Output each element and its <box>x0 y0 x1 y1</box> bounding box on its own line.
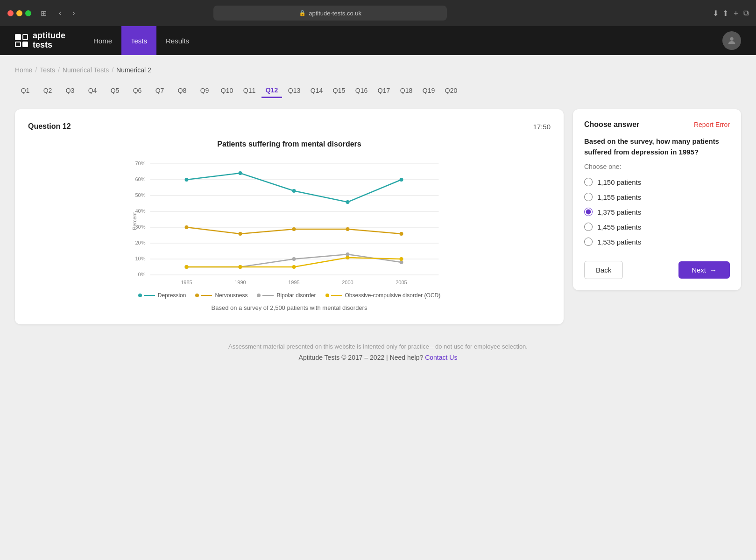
answer-panel: Choose answer Report Error Based on the … <box>573 109 741 290</box>
svg-text:1995: 1995 <box>288 280 299 285</box>
q-btn-17[interactable]: Q17 <box>374 83 394 98</box>
lock-icon: 🔒 <box>299 10 306 16</box>
minimize-button[interactable] <box>16 10 22 16</box>
back-button[interactable]: Back <box>584 261 623 279</box>
logo-icon <box>15 34 28 47</box>
options-list: 1,150 patients 1,155 patients 1,375 pati… <box>584 178 730 246</box>
legend-label-depression: Depression <box>158 292 186 299</box>
q-btn-3[interactable]: Q3 <box>60 83 80 98</box>
footer: Assessment material presented on this we… <box>15 324 741 371</box>
radio-1155[interactable] <box>584 193 593 201</box>
radio-1535[interactable] <box>584 238 593 246</box>
q-btn-18[interactable]: Q18 <box>396 83 417 98</box>
radio-1375[interactable] <box>584 208 593 216</box>
footer-contact-link[interactable]: Contact Us <box>425 354 457 361</box>
line-chart: 70% 60% 50% 40% 30% 20% 10% 0% <box>28 156 551 287</box>
new-tab-icon[interactable]: ＋ <box>732 8 740 18</box>
option-1455[interactable]: 1,455 patients <box>584 223 730 231</box>
q-btn-8[interactable]: Q8 <box>172 83 192 98</box>
legend-label-nervousness: Nervousness <box>215 292 247 299</box>
q-btn-20[interactable]: Q20 <box>441 83 461 98</box>
next-arrow-icon: → <box>710 266 717 274</box>
q-btn-12[interactable]: Q12 <box>261 83 282 98</box>
split-view-icon[interactable]: ⧉ <box>743 8 749 18</box>
option-1155[interactable]: 1,155 patients <box>584 193 730 201</box>
panels-container: Question 12 17:50 Patients suffering fro… <box>15 109 741 324</box>
logo-cell-3 <box>15 42 21 48</box>
question-number: Question 12 <box>28 122 71 131</box>
nav-tests[interactable]: Tests <box>121 26 156 55</box>
svg-point-33 <box>185 265 189 269</box>
nav-results[interactable]: Results <box>156 26 198 55</box>
maximize-button[interactable] <box>25 10 31 16</box>
svg-point-31 <box>346 252 350 256</box>
back-button[interactable]: ‹ <box>56 7 64 19</box>
option-1150[interactable]: 1,150 patients <box>584 178 730 186</box>
question-panel: Question 12 17:50 Patients suffering fro… <box>15 109 564 324</box>
sidebar-toggle-button[interactable]: ⊞ <box>37 7 50 20</box>
svg-point-37 <box>400 257 403 261</box>
breadcrumb-numerical-tests[interactable]: Numerical Tests <box>63 66 109 74</box>
legend-line-ocd <box>331 295 342 296</box>
forward-button[interactable]: › <box>70 7 78 19</box>
browser-actions: ⬇ ⬆ ＋ ⧉ <box>713 8 749 18</box>
q-btn-5[interactable]: Q5 <box>105 83 125 98</box>
svg-text:70%: 70% <box>135 161 145 166</box>
chart-area: 70% 60% 50% 40% 30% 20% 10% 0% <box>28 156 551 287</box>
report-error-link[interactable]: Report Error <box>694 121 730 128</box>
legend-nervousness: Nervousness <box>195 292 247 299</box>
breadcrumb-tests[interactable]: Tests <box>40 66 55 74</box>
legend-dot-ocd <box>325 294 329 297</box>
legend-label-ocd: Obsessive-compulsive disorder (OCD) <box>345 292 441 299</box>
question-timer: 17:50 <box>533 123 551 131</box>
svg-text:Percent: Percent <box>132 212 137 230</box>
breadcrumb-home[interactable]: Home <box>15 66 32 74</box>
q-btn-1[interactable]: Q1 <box>15 83 35 98</box>
svg-text:1985: 1985 <box>181 280 192 285</box>
legend-line-nervousness <box>201 295 212 296</box>
option-label-1455: 1,455 patients <box>597 223 641 231</box>
option-1375[interactable]: 1,375 patients <box>584 208 730 216</box>
action-row: Back Next → <box>584 261 730 279</box>
svg-text:50%: 50% <box>135 192 145 198</box>
q-btn-6[interactable]: Q6 <box>127 83 148 98</box>
q-btn-4[interactable]: Q4 <box>82 83 103 98</box>
q-btn-11[interactable]: Q11 <box>239 83 260 98</box>
svg-text:10%: 10% <box>135 256 145 261</box>
url-text: aptitude-tests.co.uk <box>309 10 361 17</box>
svg-point-22 <box>400 178 403 182</box>
radio-1455[interactable] <box>584 223 593 231</box>
share-icon[interactable]: ⬆ <box>722 8 728 18</box>
main-nav: Home Tests Results <box>84 26 198 55</box>
breadcrumb: Home / Tests / Numerical Tests / Numeric… <box>15 66 741 74</box>
q-btn-15[interactable]: Q15 <box>329 83 349 98</box>
q-btn-10[interactable]: Q10 <box>217 83 237 98</box>
radio-1150[interactable] <box>584 178 593 186</box>
logo-link[interactable]: aptitude tests <box>15 31 65 50</box>
legend-dot-depression <box>138 294 142 297</box>
download-icon[interactable]: ⬇ <box>713 8 719 18</box>
address-bar: 🔒 aptitude-tests.co.uk <box>213 6 447 21</box>
option-1535[interactable]: 1,535 patients <box>584 238 730 246</box>
legend-dot-nervousness <box>195 294 199 297</box>
option-label-1155: 1,155 patients <box>597 193 641 201</box>
q-btn-19[interactable]: Q19 <box>418 83 439 98</box>
q-btn-2[interactable]: Q2 <box>37 83 58 98</box>
q-btn-13[interactable]: Q13 <box>284 83 304 98</box>
browser-chrome: ⊞ ‹ › 🔒 aptitude-tests.co.uk ⬇ ⬆ ＋ ⧉ <box>0 0 756 26</box>
choose-one-label: Choose one: <box>584 163 730 170</box>
q-btn-9[interactable]: Q9 <box>194 83 215 98</box>
next-button[interactable]: Next → <box>678 261 730 279</box>
q-btn-7[interactable]: Q7 <box>149 83 170 98</box>
svg-point-30 <box>292 257 296 261</box>
svg-point-24 <box>239 232 242 236</box>
legend-label-bipolar: Bipolar disorder <box>276 292 316 299</box>
q-btn-14[interactable]: Q14 <box>306 83 327 98</box>
svg-point-20 <box>292 189 296 193</box>
user-avatar[interactable] <box>722 31 741 50</box>
svg-text:0%: 0% <box>138 272 146 277</box>
nav-home[interactable]: Home <box>84 26 121 55</box>
q-btn-16[interactable]: Q16 <box>351 83 372 98</box>
answer-header: Choose answer Report Error <box>584 120 730 129</box>
close-button[interactable] <box>7 10 14 16</box>
